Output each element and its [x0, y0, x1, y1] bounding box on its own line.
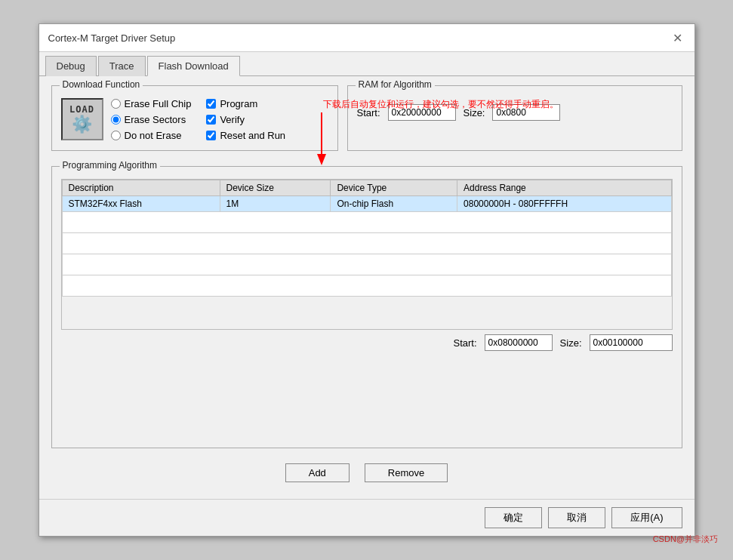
cell-device-size: 1M	[220, 196, 331, 212]
checkbox-verify[interactable]: Verify	[206, 114, 285, 125]
table-empty-row-1	[62, 212, 671, 233]
algo-start-input[interactable]	[485, 334, 553, 351]
svg-marker-1	[317, 154, 326, 165]
col-device-size: Device Size	[220, 180, 331, 196]
algo-bottom-row: Start: Size:	[61, 334, 673, 351]
algo-size-label: Size:	[560, 337, 582, 349]
algo-table-wrap: Description Device Size Device Type Addr…	[61, 179, 673, 330]
cell-device-type: On-chip Flash	[331, 196, 457, 212]
table-empty-row-3	[62, 254, 671, 275]
main-window: Cortex-M Target Driver Setup ✕ Debug Tra…	[38, 23, 695, 537]
ram-start-label: Start:	[357, 107, 380, 118]
radio-do-not-erase[interactable]: Do not Erase	[111, 130, 192, 141]
table-row[interactable]: STM32F4xx Flash 1M On-chip Flash 0800000…	[62, 196, 671, 212]
download-function-title: Download Function	[60, 79, 143, 90]
tab-debug[interactable]: Debug	[45, 56, 97, 76]
confirm-button[interactable]: 确定	[485, 507, 542, 528]
ram-algorithm-title: RAM for Algorithm	[356, 79, 435, 90]
remove-button[interactable]: Remove	[365, 463, 448, 482]
table-empty-row-2	[62, 233, 671, 254]
watermark: CSDN@并非淡巧	[653, 534, 718, 545]
title-bar: Cortex-M Target Driver Setup ✕	[39, 24, 695, 52]
algo-table: Description Device Size Device Type Addr…	[62, 180, 672, 297]
download-function-group: Download Function LOAD ⚙️ Erase Full Chi…	[51, 85, 338, 151]
table-empty-row-4	[62, 275, 671, 297]
tab-flash-download[interactable]: Flash Download	[147, 56, 240, 76]
tab-bar: Debug Trace Flash Download	[39, 52, 695, 76]
ram-size-input[interactable]	[492, 104, 560, 121]
ram-inner: Start: Size:	[357, 104, 673, 121]
checkbox-program[interactable]: Program	[206, 98, 285, 109]
algo-start-label: Start:	[454, 337, 477, 349]
cancel-button[interactable]: 取消	[548, 507, 605, 528]
algo-size-input[interactable]	[590, 334, 673, 351]
ram-algorithm-group: RAM for Algorithm Start: Size:	[347, 85, 682, 151]
programming-algorithm-group: Programming Algorithm Description Device…	[51, 166, 682, 448]
top-row: Download Function LOAD ⚙️ Erase Full Chi…	[51, 85, 682, 151]
content-area: Download Function LOAD ⚙️ Erase Full Chi…	[39, 76, 695, 499]
ram-start-input[interactable]	[388, 104, 456, 121]
checkbox-group: Program Verify Reset and Run	[206, 98, 285, 141]
pa-inner: Description Device Size Device Type Addr…	[61, 179, 673, 351]
table-header-row: Description Device Size Device Type Addr…	[62, 180, 671, 196]
button-row: Add Remove	[51, 456, 682, 490]
radio-group: Erase Full Chip Erase Sectors Do not Era…	[111, 98, 192, 141]
bottom-buttons: 确定 取消 应用(A)	[39, 499, 695, 536]
col-device-type: Device Type	[331, 180, 457, 196]
load-icon: LOAD ⚙️	[61, 98, 103, 140]
col-description: Description	[62, 180, 220, 196]
add-button[interactable]: Add	[285, 463, 350, 482]
radio-erase-full-chip[interactable]: Erase Full Chip	[111, 98, 192, 109]
tab-trace[interactable]: Trace	[98, 56, 146, 76]
apply-button[interactable]: 应用(A)	[611, 507, 682, 528]
cell-address-range: 08000000H - 080FFFFFH	[457, 196, 671, 212]
programming-algorithm-title: Programming Algorithm	[60, 160, 160, 171]
radio-erase-sectors[interactable]: Erase Sectors	[111, 114, 192, 125]
cell-description: STM32F4xx Flash	[62, 196, 220, 212]
close-button[interactable]: ✕	[670, 30, 685, 45]
col-address-range: Address Range	[457, 180, 671, 196]
ram-size-label: Size:	[464, 107, 485, 118]
download-function-inner: LOAD ⚙️ Erase Full Chip Erase Sectors	[61, 98, 328, 141]
window-title: Cortex-M Target Driver Setup	[48, 32, 176, 44]
checkbox-reset-and-run[interactable]: Reset and Run	[206, 130, 285, 141]
